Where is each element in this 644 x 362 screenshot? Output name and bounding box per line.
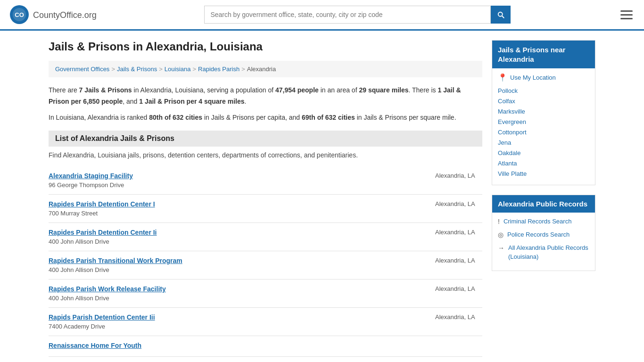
facility-address: 400 John Allison Drive bbox=[49, 266, 109, 273]
search-input[interactable] bbox=[204, 6, 491, 24]
nearby-city-link[interactable]: Ville Platte bbox=[498, 170, 527, 177]
facility-info: Rapides Parish Transitional Work Program… bbox=[49, 257, 426, 273]
main-content: Jails & Prisons in Alexandria, Louisiana… bbox=[39, 31, 605, 362]
facility-city: Alexandria, LA bbox=[426, 200, 482, 207]
nearby-city-item: Pollock bbox=[498, 87, 589, 94]
nearby-city-link[interactable]: Pollock bbox=[498, 87, 518, 94]
left-panel: Jails & Prisons in Alexandria, Louisiana… bbox=[49, 40, 482, 357]
public-record-link[interactable]: Police Records Search bbox=[507, 230, 570, 239]
nearby-city-item: Evergreen bbox=[498, 118, 589, 125]
nearby-city-item: Oakdale bbox=[498, 149, 589, 156]
right-sidebar: Jails & Prisons near Alexandria 📍 Use My… bbox=[492, 40, 595, 357]
stats-paragraph-1: There are 7 Jails & Prisons in Alexandri… bbox=[49, 85, 482, 107]
search-icon bbox=[496, 10, 505, 19]
facility-info: Rapides Parish Detention Center Ii 400 J… bbox=[49, 229, 426, 245]
facility-item: Rapides Parish Detention Center Ii 400 J… bbox=[49, 223, 482, 251]
nearby-city-item: Colfax bbox=[498, 97, 589, 105]
facility-info: Renaissance Home For Youth bbox=[49, 342, 426, 351]
facility-name[interactable]: Alexandria Staging Facility bbox=[49, 172, 426, 180]
facility-info: Rapides Parish Detention Center I 700 Mu… bbox=[49, 200, 426, 217]
page-title: Jails & Prisons in Alexandria, Louisiana bbox=[49, 40, 482, 53]
public-records-section: Alexandria Public Records ! Criminal Rec… bbox=[492, 195, 595, 271]
nearby-city-link[interactable]: Marksville bbox=[498, 108, 525, 115]
facility-address: 96 George Thompson Drive bbox=[49, 181, 124, 189]
public-record-icon: ! bbox=[498, 218, 500, 225]
menu-button[interactable] bbox=[619, 8, 635, 21]
facility-address: 7400 Academy Drive bbox=[49, 323, 105, 330]
public-record-item: ◎ Police Records Search bbox=[498, 230, 589, 239]
nearby-body: 📍 Use My Location PollockColfaxMarksvill… bbox=[492, 68, 595, 185]
logo[interactable]: CO CountyOffice.org bbox=[9, 5, 97, 25]
location-pin-icon: 📍 bbox=[498, 73, 507, 82]
logo-text: CountyOffice.org bbox=[33, 8, 97, 21]
public-record-link[interactable]: Criminal Records Search bbox=[504, 217, 572, 226]
facility-item: Renaissance Home For Youth bbox=[49, 336, 482, 357]
facility-name[interactable]: Rapides Parish Detention Center Ii bbox=[49, 229, 426, 236]
facility-city: Alexandria, LA bbox=[426, 313, 482, 321]
facility-info: Rapides Parish Work Release Facility 400… bbox=[49, 285, 426, 302]
search-button[interactable] bbox=[491, 6, 511, 24]
facility-item: Rapids Parish Detention Center Iii 7400 … bbox=[49, 308, 482, 336]
public-records-body: ! Criminal Records Search ◎ Police Recor… bbox=[492, 213, 595, 271]
nearby-city-link[interactable]: Atlanta bbox=[498, 160, 517, 167]
nearby-city-item: Ville Platte bbox=[498, 170, 589, 177]
public-record-item: ! Criminal Records Search bbox=[498, 217, 589, 226]
public-record-icon: ◎ bbox=[498, 231, 504, 239]
facility-name[interactable]: Rapides Parish Transitional Work Program bbox=[49, 257, 426, 264]
breadcrumb-current: Alexandria bbox=[247, 66, 276, 73]
public-records-header: Alexandria Public Records bbox=[492, 195, 595, 213]
breadcrumb-jails-prisons[interactable]: Jails & Prisons bbox=[117, 66, 157, 73]
use-location[interactable]: 📍 Use My Location bbox=[498, 73, 589, 82]
nearby-city-link[interactable]: Jena bbox=[498, 139, 511, 146]
facility-item: Rapides Parish Work Release Facility 400… bbox=[49, 280, 482, 308]
logo-icon: CO bbox=[9, 5, 29, 25]
facility-city: Alexandria, LA bbox=[426, 172, 482, 179]
site-header: CO CountyOffice.org bbox=[0, 0, 644, 31]
nearby-city-link[interactable]: Colfax bbox=[498, 98, 515, 105]
facility-info: Alexandria Staging Facility 96 George Th… bbox=[49, 172, 426, 189]
search-bar bbox=[204, 6, 511, 24]
facility-item: Rapides Parish Transitional Work Program… bbox=[49, 251, 482, 280]
public-record-icon: → bbox=[498, 244, 504, 252]
breadcrumb-louisiana[interactable]: Louisiana bbox=[165, 66, 191, 73]
facility-list: Alexandria Staging Facility 96 George Th… bbox=[49, 166, 482, 357]
facility-city: Alexandria, LA bbox=[426, 285, 482, 292]
list-section-header: List of Alexandria Jails & Prisons bbox=[49, 131, 482, 147]
breadcrumb-gov-offices[interactable]: Government Offices bbox=[55, 66, 109, 73]
breadcrumb: Government Offices > Jails & Prisons > L… bbox=[49, 61, 482, 77]
facility-name[interactable]: Renaissance Home For Youth bbox=[49, 342, 426, 349]
facility-item: Alexandria Staging Facility 96 George Th… bbox=[49, 166, 482, 195]
nearby-city-link[interactable]: Evergreen bbox=[498, 118, 526, 125]
nearby-city-link[interactable]: Cottonport bbox=[498, 129, 527, 136]
nearby-section: Jails & Prisons near Alexandria 📍 Use My… bbox=[492, 40, 595, 185]
stats-paragraph-2: In Louisiana, Alexandria is ranked 80th … bbox=[49, 112, 482, 123]
use-location-link[interactable]: Use My Location bbox=[510, 74, 556, 81]
list-section-desc: Find Alexandria, Louisiana jails, prison… bbox=[49, 151, 482, 159]
nearby-city-item: Jena bbox=[498, 139, 589, 146]
public-record-link[interactable]: All Alexandria Public Records (Louisiana… bbox=[508, 244, 589, 261]
svg-text:CO: CO bbox=[15, 11, 24, 18]
hamburger-icon bbox=[620, 10, 633, 19]
facility-name[interactable]: Rapides Parish Detention Center I bbox=[49, 200, 426, 208]
nearby-city-item: Atlanta bbox=[498, 159, 589, 167]
facility-city: Alexandria, LA bbox=[426, 257, 482, 264]
facility-name[interactable]: Rapids Parish Detention Center Iii bbox=[49, 313, 426, 321]
public-record-item: → All Alexandria Public Records (Louisia… bbox=[498, 244, 589, 261]
facility-address: 400 John Allison Drive bbox=[49, 238, 109, 245]
facility-name[interactable]: Rapides Parish Work Release Facility bbox=[49, 285, 426, 293]
nearby-city-link[interactable]: Oakdale bbox=[498, 149, 520, 156]
facility-city: Alexandria, LA bbox=[426, 229, 482, 236]
nearby-city-item: Cottonport bbox=[498, 128, 589, 136]
facility-address: 700 Murray Street bbox=[49, 210, 98, 217]
facility-info: Rapids Parish Detention Center Iii 7400 … bbox=[49, 313, 426, 330]
breadcrumb-rapides-parish[interactable]: Rapides Parish bbox=[198, 66, 239, 73]
facility-item: Rapides Parish Detention Center I 700 Mu… bbox=[49, 195, 482, 223]
nearby-city-list: PollockColfaxMarksvilleEvergreenCottonpo… bbox=[498, 87, 589, 177]
nearby-header: Jails & Prisons near Alexandria bbox=[492, 41, 595, 68]
facility-address: 400 John Allison Drive bbox=[49, 295, 109, 302]
nearby-city-item: Marksville bbox=[498, 107, 589, 115]
